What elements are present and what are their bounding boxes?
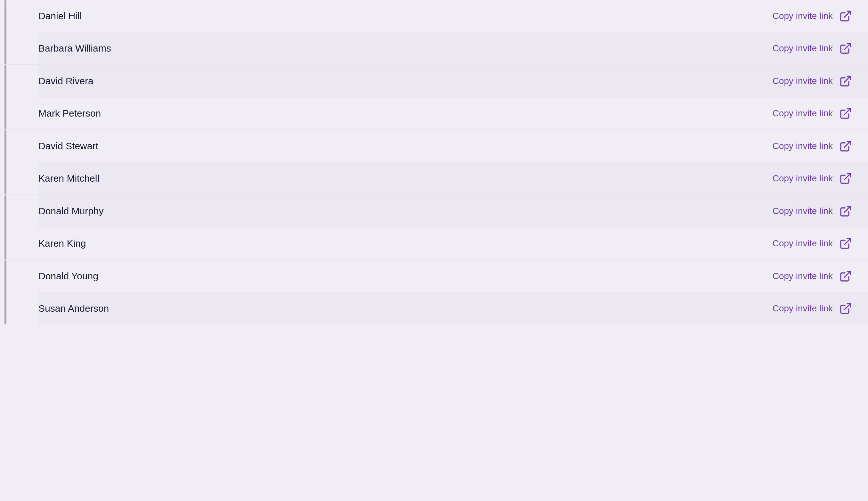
copy-invite-button[interactable]: Copy invite link [773,41,853,55]
copy-invite-button[interactable]: Copy invite link [773,74,853,88]
copy-link-icon [838,171,853,185]
user-name: Karen Mitchell [39,173,773,184]
group-wrapper: Donald YoungCopy invite link Susan Ander… [0,260,868,324]
group-wrapper: David StewartCopy invite link Karen Mitc… [0,130,868,194]
user-name: Barbara Williams [39,43,773,54]
user-name: Donald Murphy [39,206,773,216]
copy-link-icon [838,301,853,316]
copy-invite-button[interactable]: Copy invite link [773,269,853,283]
list-group: Donald MurphyCopy invite link Karen King… [0,195,868,260]
copy-invite-button[interactable]: Copy invite link [773,204,853,218]
list-group: Donald YoungCopy invite link Susan Ander… [0,260,868,324]
copy-invite-button[interactable]: Copy invite link [773,301,853,316]
copy-link-icon [838,139,853,153]
copy-invite-button[interactable]: Copy invite link [773,236,853,250]
copy-link-icon [838,236,853,250]
group-bar [4,260,7,324]
copy-invite-label: Copy invite link [773,238,833,248]
user-name: Mark Peterson [39,108,773,119]
copy-invite-label: Copy invite link [773,271,833,281]
list-group: David StewartCopy invite link Karen Mitc… [0,130,868,195]
copy-link-icon [838,74,853,88]
copy-invite-button[interactable]: Copy invite link [773,171,853,185]
group-wrapper: Donald MurphyCopy invite link Karen King… [0,195,868,259]
copy-invite-label: Copy invite link [773,303,833,313]
copy-link-icon [838,106,853,120]
list-item: Barbara WilliamsCopy invite link [39,32,868,64]
user-name: David Rivera [39,76,773,86]
copy-invite-button[interactable]: Copy invite link [773,9,853,23]
user-name: Daniel Hill [39,11,773,21]
user-name: Donald Young [39,271,773,281]
list-item: Susan AndersonCopy invite link [39,292,868,324]
group-bar [4,195,7,259]
list-item: Daniel HillCopy invite link [39,0,868,32]
group-wrapper: Daniel HillCopy invite link Barbara Will… [0,0,868,64]
group-bar [4,130,7,194]
list-item: Karen KingCopy invite link [39,227,868,259]
list-item: David RiveraCopy invite link [39,65,868,97]
list-item: David StewartCopy invite link [39,130,868,162]
user-name: Susan Anderson [39,303,773,314]
list-group: Daniel HillCopy invite link Barbara Will… [0,0,868,65]
copy-link-icon [838,204,853,218]
copy-invite-label: Copy invite link [773,108,833,118]
copy-invite-label: Copy invite link [773,43,833,53]
copy-link-icon [838,9,853,23]
copy-invite-label: Copy invite link [773,206,833,216]
copy-invite-label: Copy invite link [773,141,833,151]
group-wrapper: David RiveraCopy invite link Mark Peters… [0,65,868,129]
user-name: David Stewart [39,141,773,151]
copy-link-icon [838,41,853,55]
list-group: David RiveraCopy invite link Mark Peters… [0,65,868,130]
copy-invite-button[interactable]: Copy invite link [773,139,853,153]
list-item: Donald MurphyCopy invite link [39,195,868,227]
copy-invite-label: Copy invite link [773,11,833,21]
copy-link-icon [838,269,853,283]
user-list: Daniel HillCopy invite link Barbara Will… [0,0,868,324]
copy-invite-label: Copy invite link [773,76,833,86]
group-bar [4,65,7,129]
copy-invite-label: Copy invite link [773,173,833,183]
group-bar [4,0,7,64]
list-item: Donald YoungCopy invite link [39,260,868,292]
user-name: Karen King [39,238,773,249]
list-item: Mark PetersonCopy invite link [39,97,868,129]
list-item: Karen MitchellCopy invite link [39,162,868,194]
copy-invite-button[interactable]: Copy invite link [773,106,853,120]
